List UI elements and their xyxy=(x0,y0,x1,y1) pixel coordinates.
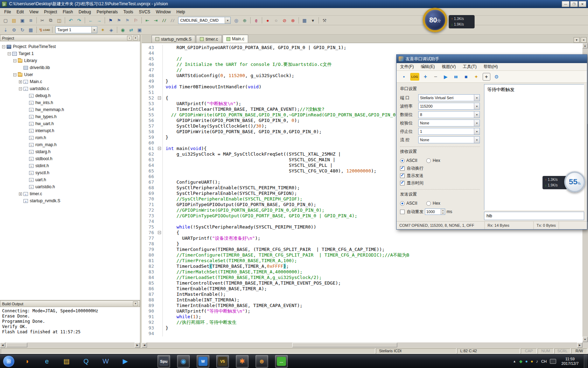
menu-project[interactable]: Project xyxy=(41,9,60,15)
code-line-90[interactable]: 90 UARTprintf("等待中断触发\n"); xyxy=(142,308,582,314)
target-combobox[interactable]: Target 1 ▼ xyxy=(55,26,97,33)
code-line-89[interactable]: 89 TimerIntEnable(TIMER0_BASE, TIMER_CAP… xyxy=(142,303,582,308)
taskbar-spu-icon[interactable]: Spu xyxy=(158,355,170,368)
scroll-right-icon[interactable]: ▶ xyxy=(577,342,582,348)
tree-item-rom.h[interactable]: rom.h xyxy=(0,134,140,141)
scroll-up-icon[interactable]: ▲ xyxy=(582,43,588,48)
code-line-86[interactable]: 86 TimerEnable(TIMER0_BASE,TIMER_A); xyxy=(142,286,582,292)
chevron-down-icon[interactable]: ▼ xyxy=(474,95,479,101)
kill-breakpoints-icon[interactable]: ⊗ xyxy=(289,17,297,24)
tree-item-user[interactable]: −User xyxy=(0,71,140,78)
menu-window[interactable]: Window xyxy=(153,9,174,15)
auto-resend-checkbox[interactable] xyxy=(400,210,405,214)
fold-collapse-icon[interactable]: − xyxy=(158,96,161,100)
menu-svcs[interactable]: SVCS xyxy=(136,9,153,15)
code-line-88[interactable]: 88 IntEnable(INT_TIMER0A); xyxy=(142,297,582,303)
checkbox-显示时间[interactable] xyxy=(400,181,405,185)
build-output-hscrollbar[interactable]: ◀ ▶ xyxy=(0,342,140,348)
cmdline-combobox[interactable]: CMDLINE_BAD_CMD ▼ xyxy=(178,17,231,24)
close-button[interactable]: ✕ xyxy=(579,1,586,7)
scrollbar-thumb[interactable] xyxy=(292,343,397,347)
tree-item-project-pulsetimetest[interactable]: −Project: PulseTimeTest xyxy=(0,43,140,50)
code-line-80[interactable]: 80 //TimerConfigure(TIMER0_BASE, TIMER_C… xyxy=(142,252,582,258)
menu-peripherals[interactable]: Peripherals xyxy=(94,9,121,15)
chevron-down-icon[interactable]: ▼ xyxy=(474,137,479,143)
expander-icon[interactable]: − xyxy=(8,52,11,55)
security-score-ball[interactable]: 80 分 xyxy=(423,8,447,32)
keyboard-icon[interactable] xyxy=(550,359,556,364)
tree-item-stdbool.h[interactable]: stdbool.h xyxy=(0,155,140,162)
tray-qq-icon[interactable]: ● xyxy=(525,359,528,364)
code-line-85[interactable]: 85 TimerControlEvent(TIMER0_BASE,TIMER_A… xyxy=(142,280,582,286)
taskbar-ie-icon[interactable]: e xyxy=(41,355,53,368)
flash-download-icon[interactable]: ↯LOAD xyxy=(38,26,50,34)
taskbar-explorer-icon[interactable]: ▤ xyxy=(60,355,73,368)
debug-session-icon[interactable]: ◉ xyxy=(119,26,127,34)
code-line-79[interactable]: 79 TimerConfigure(TIMER0_BASE, (TIMER_CF… xyxy=(142,247,582,252)
serial-send-input[interactable]: hib xyxy=(484,212,584,220)
taskbar-wechat-icon[interactable]: … xyxy=(275,355,288,368)
field-dropdown[interactable]: None▼ xyxy=(418,136,480,143)
maximize-button[interactable]: ❐ xyxy=(570,1,578,7)
minimize-button[interactable]: — xyxy=(562,1,569,7)
menu-view[interactable]: View xyxy=(27,9,41,15)
menu-tools[interactable]: Tools xyxy=(121,9,136,15)
serial-title-bar[interactable]: 友善串口调试助手 xyxy=(397,55,587,63)
checkbox-显示发送[interactable] xyxy=(400,173,405,178)
radio-ascii[interactable] xyxy=(400,201,405,206)
close-icon[interactable]: ✕ xyxy=(133,301,138,306)
menu-file[interactable]: File xyxy=(1,9,14,15)
serial-add-icon[interactable]: + xyxy=(422,73,429,81)
copy-icon[interactable]: ⧉ xyxy=(47,17,55,24)
tree-item-rom_map.h[interactable]: rom_map.h xyxy=(0,141,140,148)
serial-connect-icon[interactable]: ● xyxy=(400,73,408,81)
code-line-92[interactable]: 92 //执行死循环，等待中断发生 xyxy=(142,320,582,325)
code-line-76[interactable]: 76− { xyxy=(142,230,582,236)
radio-ascii[interactable] xyxy=(400,158,405,163)
expander-icon[interactable]: − xyxy=(2,45,5,48)
tree-item-startup_rvmdk.s[interactable]: startup_rvmdk.S xyxy=(0,197,140,204)
next-bookmark-icon[interactable]: ⚑ xyxy=(124,17,131,24)
taskbar-wps-icon[interactable]: W xyxy=(197,355,209,368)
peripherals-icon[interactable]: ⇄ xyxy=(127,26,135,34)
code-line-83[interactable]: 83 //TimerMatchSet(TIMER0_BASE,TIMER_A,4… xyxy=(142,269,582,275)
field-dropdown[interactable]: None▼ xyxy=(418,120,480,127)
tree-item-timer.c[interactable]: +timer.c xyxy=(0,190,140,197)
close-icon[interactable]: ✕ xyxy=(133,36,138,40)
tree-item-sysctl.h[interactable]: sysctl.h xyxy=(0,169,140,176)
window-layout-icon[interactable]: ▦ xyxy=(301,17,308,24)
prev-bookmark-icon[interactable]: ⚑ xyxy=(115,17,123,24)
taskbar-thunder-icon[interactable]: ▶ xyxy=(119,355,132,368)
chevron-down-icon[interactable]: ▼ xyxy=(474,103,479,109)
expander-icon[interactable]: − xyxy=(13,59,16,62)
indent-icon[interactable]: ⇥ xyxy=(152,17,160,24)
taskbar-word-icon[interactable]: W xyxy=(99,355,112,368)
pin-icon[interactable]: ▪ xyxy=(127,36,132,40)
code-line-91[interactable]: 91 while(1); xyxy=(142,314,582,320)
menu-help[interactable]: Help xyxy=(174,9,188,15)
serial-stop-icon[interactable]: ■ xyxy=(462,73,470,81)
tree-item-library[interactable]: −Library xyxy=(0,57,140,64)
serial-menu-工[interactable]: 工具(T) xyxy=(459,64,480,70)
tree-item-uartstdio.c[interactable]: −uartstdio.c xyxy=(0,85,140,92)
start-button[interactable]: ⊞ xyxy=(3,355,15,367)
field-dropdown[interactable]: 8▼ xyxy=(418,111,480,118)
breakpoint-icon[interactable]: ● xyxy=(264,17,272,24)
serial-receive-area[interactable]: 等待中断触发 xyxy=(484,84,584,210)
chevron-down-icon[interactable]: ▼ xyxy=(474,111,479,118)
chevron-down-icon[interactable]: ▼ xyxy=(91,27,97,33)
cut-icon[interactable]: ✂ xyxy=(38,17,46,24)
expander-icon[interactable]: + xyxy=(19,192,22,196)
chevron-down-icon[interactable]: ▼ xyxy=(225,17,230,23)
enable-breakpoint-icon[interactable]: ○ xyxy=(272,17,280,24)
target-options-icon[interactable]: ✶ xyxy=(99,26,107,34)
tree-item-stdarg.h[interactable]: stdarg.h xyxy=(0,148,140,155)
tray-expand-icon[interactable]: ▲ xyxy=(513,360,516,363)
build-output-header[interactable]: Build Output ✕ xyxy=(0,300,140,307)
serial-remove-icon[interactable]: − xyxy=(432,73,440,81)
chevron-down-icon[interactable]: ▼ xyxy=(474,120,479,126)
progress-ball[interactable]: 55 % xyxy=(564,171,585,192)
find-icon[interactable]: ◎ xyxy=(232,17,240,24)
language-indicator[interactable]: CH xyxy=(541,359,547,363)
scroll-left-icon[interactable]: ◀ xyxy=(0,342,5,348)
